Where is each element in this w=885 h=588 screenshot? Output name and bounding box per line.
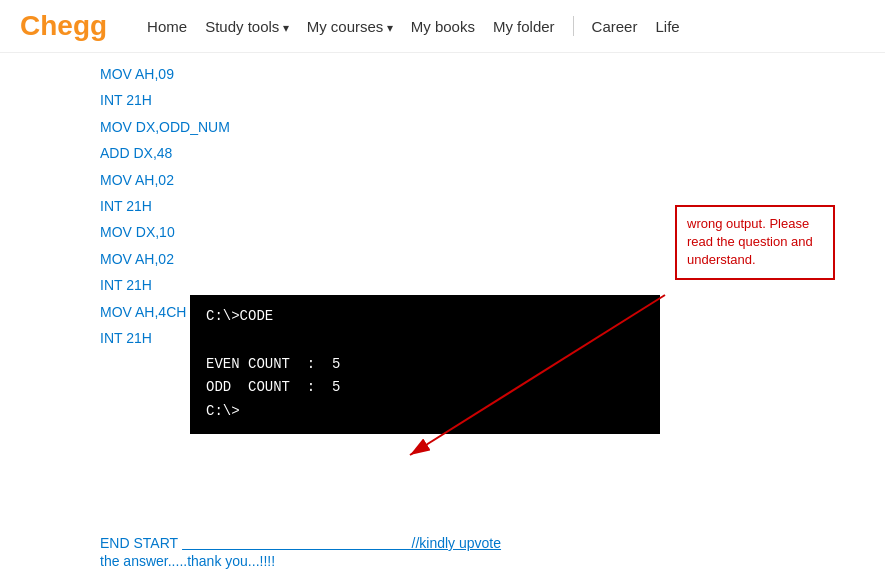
upvote-link[interactable]: //kindly upvote — [182, 535, 501, 551]
terminal-line-1: C:\>CODE — [206, 305, 644, 329]
code-line-6: INT 21H — [100, 195, 230, 217]
terminal-line-3: EVEN COUNT : 5 — [206, 353, 644, 377]
nav-menu: Home Study tools My courses My books My … — [141, 14, 686, 39]
navbar: Chegg Home Study tools My courses My boo… — [0, 0, 885, 53]
code-line-4: ADD DX,48 — [100, 142, 230, 164]
code-line-2: INT 21H — [100, 89, 230, 111]
code-line-9: INT 21H — [100, 274, 230, 296]
nav-my-courses[interactable]: My courses — [301, 14, 399, 39]
nav-my-books[interactable]: My books — [405, 14, 481, 39]
code-line-3: MOV DX,ODD_NUM — [100, 116, 230, 138]
code-line-1: MOV AH,09 — [100, 63, 230, 85]
terminal-line-4: ODD COUNT : 5 — [206, 376, 644, 400]
annotation-text: wrong output. Please read the question a… — [687, 216, 813, 267]
nav-study-tools[interactable]: Study tools — [199, 14, 295, 39]
thank-you-line: the answer.....thank you...!!!! — [100, 553, 275, 569]
terminal-block: C:\>CODE EVEN COUNT : 5 ODD COUNT : 5 C:… — [190, 295, 660, 434]
code-line-8: MOV AH,02 — [100, 248, 230, 270]
code-line-5: MOV AH,02 — [100, 169, 230, 191]
nav-career[interactable]: Career — [586, 14, 644, 39]
annotation-box: wrong output. Please read the question a… — [675, 205, 835, 280]
nav-my-folder[interactable]: My folder — [487, 14, 561, 39]
nav-divider — [573, 16, 574, 36]
terminal-output: C:\>CODE EVEN COUNT : 5 ODD COUNT : 5 C:… — [190, 295, 660, 434]
terminal-line-5: C:\> — [206, 400, 644, 424]
nav-life[interactable]: Life — [649, 14, 685, 39]
code-line-7: MOV DX,10 — [100, 221, 230, 243]
terminal-line-2 — [206, 329, 644, 353]
chegg-logo[interactable]: Chegg — [20, 10, 107, 42]
end-start-row: END START //kindly upvote — [100, 535, 501, 551]
end-start-label: END START — [100, 535, 178, 551]
nav-home[interactable]: Home — [141, 14, 193, 39]
